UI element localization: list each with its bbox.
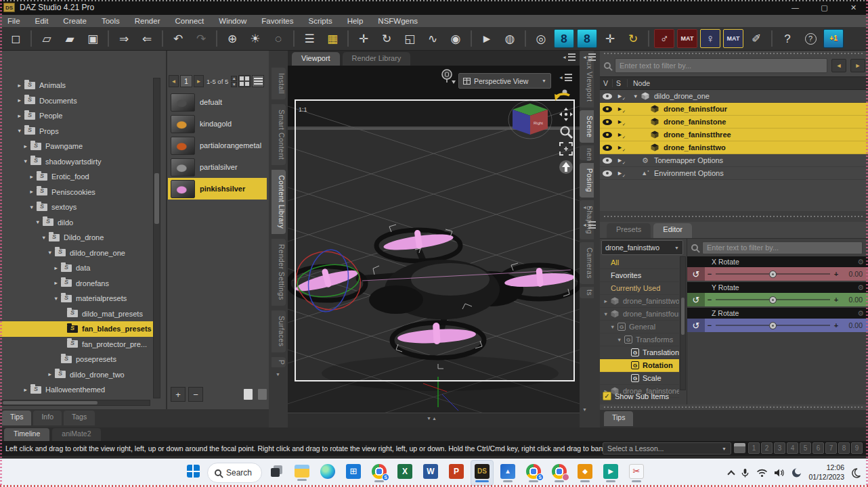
- lesson-selector[interactable]: Select a Lesson... ▼: [603, 442, 731, 455]
- expand-arrow-icon[interactable]: [17, 83, 24, 89]
- panel-menu-icon[interactable]: [582, 53, 596, 61]
- list-view-button[interactable]: [252, 75, 264, 87]
- parameters-tab[interactable]: Editor: [653, 223, 692, 238]
- group-list-scrollbar[interactable]: [680, 256, 686, 390]
- menu-item[interactable]: File: [0, 17, 28, 25]
- selectable-pointer-icon[interactable]: [617, 118, 625, 125]
- video-editor[interactable]: [599, 460, 622, 486]
- expand-arrow-icon[interactable]: [23, 387, 30, 393]
- word[interactable]: W: [419, 460, 442, 486]
- expand-arrow-icon[interactable]: [610, 324, 617, 330]
- new-camera-button[interactable]: ⊕: [222, 29, 242, 48]
- toolbar-button[interactable]: [162, 30, 163, 47]
- parameter-group-row[interactable]: G Transforms: [600, 333, 679, 346]
- expand-arrow-icon[interactable]: [53, 265, 61, 271]
- surface-selection-tool-button[interactable]: ◍: [500, 29, 520, 48]
- parameter-group-row[interactable]: G Favorites: [600, 269, 679, 282]
- parameters-filter-input[interactable]: [702, 241, 863, 254]
- wifi-icon[interactable]: [756, 468, 768, 478]
- snipping-tool[interactable]: [625, 460, 648, 486]
- redo-button[interactable]: ↷: [191, 29, 211, 48]
- expand-arrow-icon[interactable]: [23, 158, 30, 164]
- visibility-eye-icon[interactable]: [603, 119, 612, 125]
- library-folder[interactable]: Halloweenthemed: [0, 382, 153, 398]
- save-file-button[interactable]: ▣: [83, 29, 103, 48]
- parameter-group-row[interactable]: G Translation: [600, 346, 679, 359]
- export-button[interactable]: ⇐: [137, 29, 157, 48]
- panel-menu-icon[interactable]: [562, 53, 576, 61]
- new-scene-button[interactable]: ◻: [5, 29, 26, 48]
- scene-node-row[interactable]: Tonemapper Options: [600, 154, 868, 167]
- scene-node-row[interactable]: Environment Options: [600, 167, 868, 180]
- genesis8-female-button[interactable]: 8: [554, 29, 574, 48]
- expand-arrow-icon[interactable]: [53, 280, 61, 286]
- toolbar-button[interactable]: [216, 30, 217, 47]
- library-folder[interactable]: dildo_mat_presets: [0, 306, 153, 322]
- scene-node-row[interactable]: drone_faninsttwo: [600, 141, 868, 154]
- library-folder[interactable]: sextoys: [0, 200, 153, 215]
- toolbar-button[interactable]: [347, 30, 349, 47]
- lesson-number-button[interactable]: 7: [825, 442, 837, 454]
- task-view[interactable]: [265, 460, 288, 486]
- scene-node-row[interactable]: drone_faninstthree: [600, 129, 868, 141]
- dock-tab[interactable]: Surfaces: [272, 310, 286, 352]
- merge-scene-button[interactable]: ▰: [60, 29, 80, 48]
- expand-arrow-icon[interactable]: [17, 97, 24, 103]
- tab-overflow-arrow-icon[interactable]: ◄▼: [582, 205, 593, 210]
- daz-studio[interactable]: DS: [471, 460, 494, 486]
- lesson-number-button[interactable]: 9: [851, 442, 863, 454]
- add-button[interactable]: +: [171, 387, 186, 402]
- library-bottom-tab[interactable]: Tips: [2, 411, 31, 425]
- menu-item[interactable]: Window: [211, 17, 254, 25]
- material-preset-item[interactable]: partialorangemetal: [168, 135, 267, 156]
- visibility-eye-icon[interactable]: [603, 93, 612, 99]
- library-folder[interactable]: dildo_drone_two: [0, 367, 153, 383]
- expand-arrow-icon[interactable]: [617, 337, 624, 343]
- panel-splitter[interactable]: [600, 404, 868, 410]
- expand-arrow-icon[interactable]: [633, 93, 641, 99]
- edge-browser[interactable]: [316, 460, 339, 486]
- library-folder[interactable]: Peniscookies: [0, 185, 153, 200]
- scene-node-row[interactable]: dildo_drone_one: [600, 90, 868, 103]
- expand-arrow-icon[interactable]: [603, 311, 611, 317]
- parameter-group-row[interactable]: G General: [600, 321, 679, 333]
- zoom-view-icon[interactable]: [558, 124, 574, 140]
- scale-tool-button[interactable]: ◱: [399, 29, 420, 48]
- slider-knob[interactable]: [769, 271, 777, 278]
- increment-button[interactable]: [831, 296, 841, 304]
- expand-arrow-icon[interactable]: [47, 371, 55, 377]
- dock-tab-scene[interactable]: Scene: [580, 110, 594, 143]
- night-light-icon[interactable]: [791, 467, 802, 478]
- library-folder[interactable]: data: [0, 260, 153, 276]
- slider-value[interactable]: 0.00: [841, 321, 868, 329]
- chrome-profile-3[interactable]: [548, 460, 571, 486]
- selectable-pointer-icon[interactable]: [617, 170, 625, 177]
- panel-splitter[interactable]: [600, 211, 868, 222]
- visibility-eye-icon[interactable]: [603, 106, 612, 112]
- close-button[interactable]: ✕: [839, 0, 868, 15]
- microphone-icon[interactable]: [740, 467, 750, 478]
- daz-install-manager[interactable]: [573, 460, 596, 486]
- prev-page-button[interactable]: ◄: [169, 75, 179, 87]
- expand-arrow-icon[interactable]: [29, 189, 37, 195]
- toolbar-button[interactable]: [771, 30, 773, 47]
- viewport-pin-icon[interactable]: [439, 68, 457, 86]
- orbit-tool-button[interactable]: ↻: [376, 29, 397, 48]
- lesson-number-button[interactable]: 8: [838, 442, 850, 454]
- node-selection-tool-button[interactable]: ►: [477, 29, 497, 48]
- visibility-eye-icon[interactable]: [603, 145, 612, 151]
- menu-item[interactable]: Favorites: [254, 17, 301, 25]
- minimize-button[interactable]: —: [781, 0, 810, 15]
- lesson-number-button[interactable]: 2: [761, 442, 773, 454]
- gear-icon[interactable]: ⚙: [857, 283, 864, 292]
- scene-filter-input[interactable]: [615, 58, 827, 73]
- frame-view-icon[interactable]: [558, 141, 574, 157]
- increment-button[interactable]: [831, 321, 841, 329]
- parameter-group-row[interactable]: G Rotation: [600, 359, 679, 372]
- expand-arrow-icon[interactable]: [29, 204, 37, 210]
- tray-expand-icon[interactable]: [728, 470, 735, 478]
- parameter-group-row[interactable]: G Scale: [600, 372, 679, 385]
- tree-horizontal-scrollbar[interactable]: [1, 400, 150, 406]
- library-folder[interactable]: fan_protector_pre...: [0, 337, 153, 352]
- parameter-group-row[interactable]: G All: [600, 256, 679, 269]
